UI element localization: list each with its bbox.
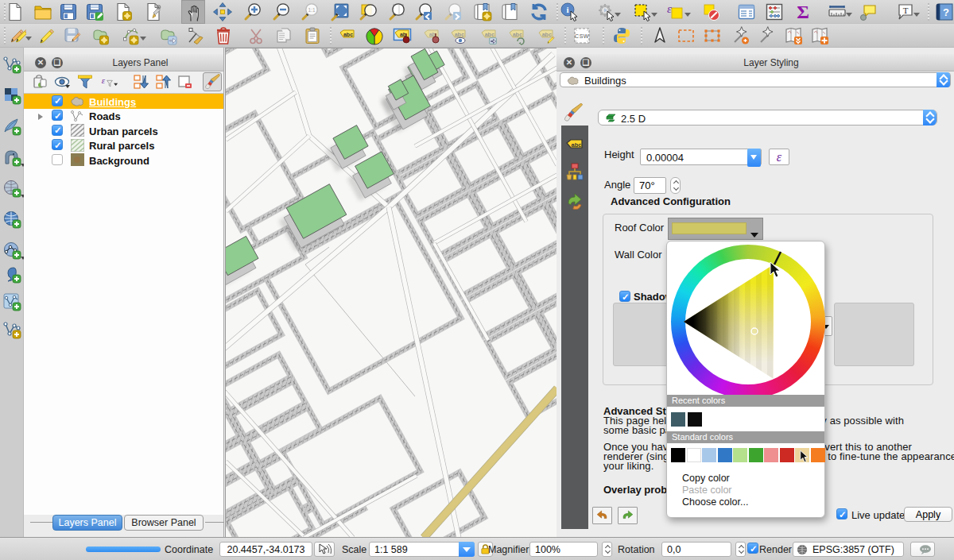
svg-text:ab: ab bbox=[400, 32, 406, 37]
svg-text:T: T bbox=[903, 6, 909, 15]
svg-text:CSW: CSW bbox=[575, 33, 589, 39]
svg-text:abc: abc bbox=[485, 32, 494, 37]
svg-text:i: i bbox=[566, 5, 568, 14]
svg-text:1:1: 1:1 bbox=[308, 7, 315, 13]
svg-text:ε: ε bbox=[102, 75, 106, 85]
svg-text:abc: abc bbox=[343, 32, 353, 37]
svg-text:?: ? bbox=[943, 6, 949, 18]
svg-text:Σ: Σ bbox=[797, 2, 809, 21]
svg-text:abc: abc bbox=[513, 32, 522, 37]
svg-text:abc: abc bbox=[455, 32, 464, 37]
svg-text:ab: ab bbox=[429, 32, 436, 37]
svg-text:ε: ε bbox=[667, 2, 672, 15]
svg-text:abc: abc bbox=[542, 32, 552, 37]
svg-text:abc: abc bbox=[572, 141, 582, 149]
